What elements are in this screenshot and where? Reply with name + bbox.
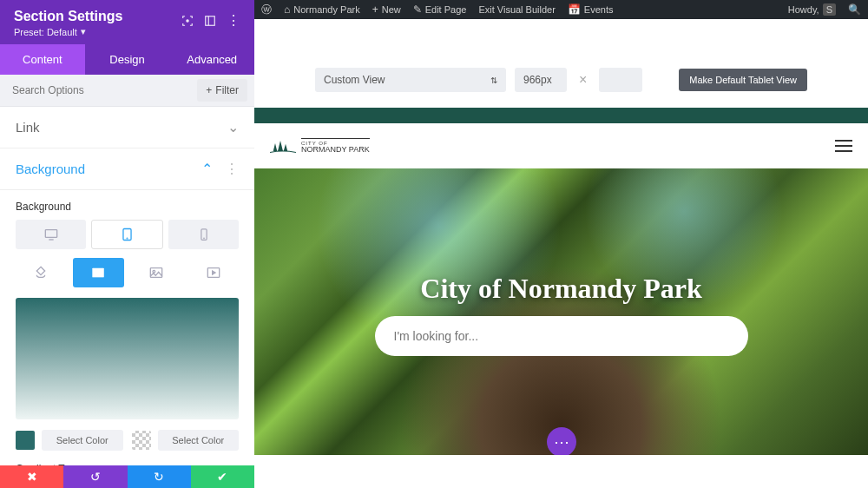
wp-admin-bar: ⓦ ⌂Normandy Park +New ✎Edit Page Exit Vi… [254,0,868,19]
responsive-toolbar: Custom View ⇅ 966px × Make Default Table… [254,19,868,106]
section-background[interactable]: Background ⌃ ⋮ [0,148,254,190]
select-arrows-icon: ⇅ [490,76,497,85]
svg-point-8 [203,238,204,239]
view-selector[interactable]: Custom View ⇅ [315,68,506,92]
trees-icon [270,138,296,154]
panel-header: Section Settings Preset: Default ▾ ⋮ [0,0,254,44]
settings-panel: Section Settings Preset: Default ▾ ⋮ Con… [0,0,254,465]
site-header: CITY OF NORMANDY PARK [254,123,868,168]
calendar-icon: 📅 [568,3,581,16]
svg-point-12 [153,270,155,273]
svg-marker-14 [213,271,215,274]
more-icon[interactable]: ⋮ [225,161,239,177]
viewport-height[interactable] [599,68,642,92]
color-swatch [132,431,151,450]
panel-tabs: Content Design Advanced [0,44,254,75]
gradient-preview[interactable] [16,298,239,419]
preview-area: ⓦ ⌂Normandy Park +New ✎Edit Page Exit Vi… [254,0,868,488]
gradient-colors: Select Color Select Color [16,430,239,451]
site-logo[interactable]: CITY OF NORMANDY PARK [270,138,370,154]
page-preview: CITY OF NORMANDY PARK City of Normandy P… [254,108,868,488]
device-phone[interactable] [168,220,239,249]
panel-action-bar: ✖ ↺ ↻ ✔ [0,465,254,488]
device-tablet[interactable] [91,220,163,249]
cancel-button[interactable]: ✖ [0,465,63,488]
background-label: Background [16,201,239,213]
avatar: S [823,3,836,16]
exit-vb-link[interactable]: Exit Visual Builder [478,4,555,15]
svg-rect-11 [150,268,161,278]
howdy-link[interactable]: Howdy, S [788,3,836,16]
svg-point-6 [127,238,128,239]
hero-title: City of Normandy Park [420,273,701,305]
chevron-down-icon: ▾ [81,26,86,37]
builder-fab-button[interactable]: ⋯ [547,427,576,455]
preset-selector[interactable]: Preset: Default ▾ [14,26,122,37]
plus-icon: + [206,84,212,96]
clear-width-button[interactable]: × [575,72,590,88]
site-link[interactable]: ⌂Normandy Park [284,3,360,16]
section-link[interactable]: Link ⌄ [0,107,254,148]
bgtype-color[interactable] [16,258,66,287]
make-default-button[interactable]: Make Default Tablet View [679,69,807,91]
panel-title: Section Settings [14,9,122,24]
device-desktop[interactable] [16,220,86,249]
search-input[interactable] [0,76,190,105]
wp-logo-icon[interactable]: ⓦ [261,3,272,17]
search-row: + Filter [0,75,254,107]
background-type-selector [16,258,239,287]
chevron-down-icon: ⌄ [227,119,239,135]
background-settings: Background [0,190,254,465]
bgtype-gradient[interactable] [73,258,123,287]
gradient-color-2[interactable]: Select Color [132,430,240,451]
hero-section: City of Normandy Park ⋯ [254,168,868,455]
logo-text: CITY OF NORMANDY PARK [301,138,370,154]
device-selector [16,220,239,249]
bgtype-image[interactable] [131,258,181,287]
color-swatch [16,431,35,450]
home-icon: ⌂ [284,3,290,16]
hero-search-input[interactable] [394,329,729,343]
tab-design[interactable]: Design [85,44,170,75]
chevron-up-icon: ⌃ [201,161,213,177]
events-link[interactable]: 📅Events [568,3,614,16]
undo-button[interactable]: ↺ [63,465,127,488]
bgtype-video[interactable] [188,258,239,287]
viewport-width[interactable]: 966px [515,68,567,92]
tab-advanced[interactable]: Advanced [169,44,254,75]
more-icon[interactable]: ⋮ [227,12,240,29]
save-button[interactable]: ✔ [191,465,254,488]
hero-search[interactable] [375,316,748,356]
search-icon[interactable]: 🔍 [848,3,861,16]
menu-button[interactable] [835,140,852,152]
focus-icon[interactable] [181,15,194,27]
svg-rect-1 [206,16,215,25]
svg-rect-3 [45,230,56,238]
tab-content[interactable]: Content [0,44,85,75]
redo-button[interactable]: ↻ [128,465,191,488]
top-bar [254,108,868,123]
plus-icon: + [372,3,378,16]
svg-point-0 [187,19,188,21]
layout-icon[interactable] [204,15,216,27]
gradient-color-1[interactable]: Select Color [16,430,123,451]
filter-button[interactable]: + Filter [197,79,247,102]
new-link[interactable]: +New [372,3,401,16]
pencil-icon: ✎ [413,3,422,16]
edit-page-link[interactable]: ✎Edit Page [413,3,467,16]
